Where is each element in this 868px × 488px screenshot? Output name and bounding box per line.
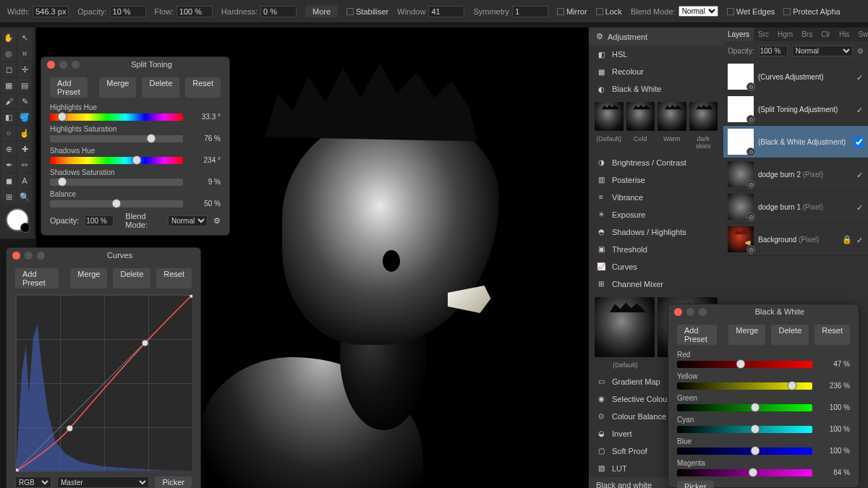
adjustment-brightness-contrast[interactable]: ◑Brightness / Contrast xyxy=(589,154,723,171)
lock-toggle[interactable]: Lock xyxy=(596,7,622,16)
layer-item[interactable]: ⊙Background (Pixel)🔒✓ xyxy=(723,223,868,256)
merge-button[interactable]: Merge xyxy=(99,77,136,98)
symmetry-input[interactable] xyxy=(512,6,548,17)
tab-swt[interactable]: Swt xyxy=(854,27,868,41)
bw-merge-button[interactable]: Merge xyxy=(728,325,765,345)
preset-thumb[interactable] xyxy=(658,102,686,131)
flow-input[interactable] xyxy=(176,6,213,17)
crop-tool[interactable]: ⌗ xyxy=(17,46,32,61)
preset-thumb[interactable] xyxy=(626,102,655,131)
bw-magenta-slider[interactable] xyxy=(677,469,812,476)
window-input[interactable] xyxy=(428,6,464,17)
visibility-icon[interactable]: ✓ xyxy=(856,203,864,210)
preset-thumb[interactable] xyxy=(595,102,624,131)
gradient-tool[interactable]: ▤ xyxy=(17,78,32,93)
tab-src[interactable]: Src xyxy=(754,27,773,41)
flood-tool[interactable]: ▦ xyxy=(1,78,16,93)
view-tool[interactable]: ◎ xyxy=(1,46,16,61)
balance-slider[interactable] xyxy=(50,200,183,207)
bw-add-preset-button[interactable]: Add Preset xyxy=(677,325,717,345)
layer-item[interactable]: ⊙(Curves Adjustment)✓ xyxy=(723,61,868,93)
paint-brush-tool[interactable]: 🖌 xyxy=(1,94,16,108)
layers-blend-select[interactable]: Normal xyxy=(792,46,853,56)
adjustment-black-white[interactable]: ◐Black & White xyxy=(589,80,723,98)
color-swatch[interactable] xyxy=(6,208,29,231)
layers-opacity-input[interactable] xyxy=(759,46,788,56)
text-tool[interactable]: A xyxy=(17,174,32,188)
fill-tool[interactable]: 🪣 xyxy=(17,110,32,124)
shape-tool[interactable]: ◼ xyxy=(1,174,16,188)
pencil-tool[interactable]: ✏ xyxy=(17,158,32,172)
bw-delete-button[interactable]: Delete xyxy=(771,325,809,345)
width-input[interactable] xyxy=(33,6,69,17)
move-tool[interactable]: ↖ xyxy=(17,30,32,45)
curves-graph[interactable] xyxy=(15,294,193,472)
pen-tool[interactable]: ✒ xyxy=(1,158,16,172)
protect-alpha-toggle[interactable]: Protect Alpha xyxy=(783,7,840,16)
adjustment-shadows-highlights[interactable]: ◓Shadows / Highlights xyxy=(589,223,723,241)
brush-sel-tool[interactable]: ✢ xyxy=(17,62,32,77)
bw-green-slider[interactable] xyxy=(677,404,812,411)
delete-button[interactable]: Delete xyxy=(142,77,179,98)
adjustment-recolour[interactable]: ▦Recolour xyxy=(589,63,723,80)
bw-red-slider[interactable] xyxy=(677,361,812,368)
add-preset-button[interactable]: Add Preset xyxy=(50,77,88,98)
tab-his[interactable]: His xyxy=(835,27,854,41)
gear-icon[interactable]: ⚙ xyxy=(857,47,864,55)
layer-item[interactable]: ⊙dodge burn 1 (Pixel)✓ xyxy=(723,191,868,223)
visibility-icon[interactable]: ✓ xyxy=(856,73,864,80)
curves-master-select[interactable]: Master xyxy=(57,476,149,488)
gear-icon[interactable]: ⚙ xyxy=(596,32,603,41)
bw-blue-slider[interactable] xyxy=(677,448,812,455)
dodge-tool[interactable]: ○ xyxy=(1,126,16,140)
adjustment-channel-mixer[interactable]: ⊞Channel Mixer xyxy=(589,275,723,293)
layer-item[interactable]: ⊙(Black & White Adjustment) xyxy=(723,126,868,158)
preset-thumb[interactable] xyxy=(595,297,655,357)
bw-cyan-slider[interactable] xyxy=(677,426,812,433)
clone-tool[interactable]: ⊕ xyxy=(1,142,16,156)
blend-mode-select[interactable]: Normal xyxy=(678,6,718,17)
layer-item[interactable]: ⊙(Split Toning Adjustment)✓ xyxy=(723,93,868,126)
visibility-icon[interactable]: ✓ xyxy=(856,106,864,113)
curves-picker-button[interactable]: Picker xyxy=(155,476,192,488)
curves-add-preset-button[interactable]: Add Preset xyxy=(15,268,59,288)
reset-button[interactable]: Reset xyxy=(185,77,221,98)
adjustment-threshold[interactable]: ▣Threshold xyxy=(589,241,723,258)
tab-brs[interactable]: Brs xyxy=(797,27,817,41)
layer-item[interactable]: ⊙dodge burn 2 (Pixel)✓ xyxy=(723,158,868,191)
stabiliser-toggle[interactable]: Stabiliser xyxy=(346,7,388,16)
st-blend-select[interactable]: Normal xyxy=(168,215,208,226)
adjustment-hsl[interactable]: ◧HSL xyxy=(589,46,723,63)
adjustment-curves[interactable]: 📈Curves xyxy=(589,258,723,275)
gear-icon[interactable]: ⚙ xyxy=(213,216,221,226)
bw-reset-button[interactable]: Reset xyxy=(814,325,850,345)
mirror-toggle[interactable]: Mirror xyxy=(557,7,587,16)
highlights-sat-slider[interactable] xyxy=(50,135,183,142)
mesh-tool[interactable]: ⊞ xyxy=(1,189,16,204)
pixel-tool[interactable]: ✎ xyxy=(17,94,32,108)
adjustment-exposure[interactable]: ☀Exposure xyxy=(589,206,723,223)
bw-yellow-slider[interactable] xyxy=(677,382,812,390)
curves-channel-select[interactable]: RGB xyxy=(15,476,51,488)
hand-tool[interactable]: ✋ xyxy=(1,30,16,45)
preset-thumb[interactable] xyxy=(689,102,718,131)
curves-delete-button[interactable]: Delete xyxy=(113,268,150,288)
visibility-icon[interactable]: ✓ xyxy=(856,236,864,243)
visibility-icon[interactable]: ✓ xyxy=(856,171,864,178)
tab-clr[interactable]: Clr xyxy=(817,27,835,41)
selection-tool[interactable]: ◻ xyxy=(1,62,16,77)
tab-layers[interactable]: Layers xyxy=(723,27,754,41)
more-button[interactable]: More xyxy=(305,6,338,17)
smudge-tool[interactable]: ☝ xyxy=(17,126,32,140)
highlights-hue-slider[interactable] xyxy=(50,114,183,121)
hardness-input[interactable] xyxy=(260,6,297,17)
shadows-sat-slider[interactable] xyxy=(50,179,183,186)
shadows-hue-slider[interactable] xyxy=(50,157,183,164)
adjustment-vibrance[interactable]: ≡Vibrance xyxy=(589,189,723,206)
erase-tool[interactable]: ◧ xyxy=(1,110,16,124)
bw-picker-button[interactable]: Picker xyxy=(677,481,714,488)
zoom-tool[interactable]: 🔍 xyxy=(17,189,32,204)
st-opacity-input[interactable] xyxy=(85,215,114,226)
opacity-input[interactable] xyxy=(110,6,146,17)
heal-tool[interactable]: ✚ xyxy=(17,142,32,156)
